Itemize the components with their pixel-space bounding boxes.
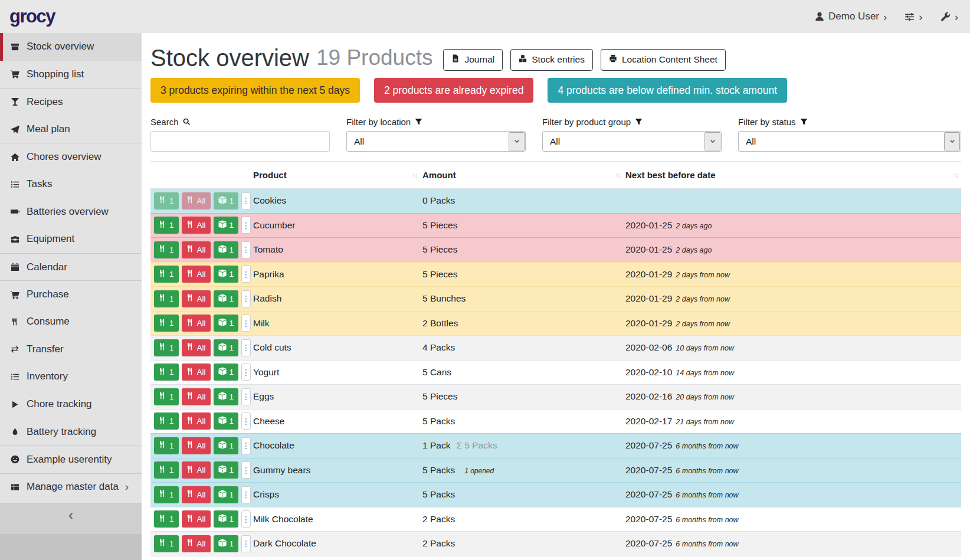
column-header-product[interactable]: Product ↑↓ (251, 162, 420, 189)
consume-all-button[interactable]: All (182, 241, 211, 258)
consume-all-button[interactable]: All (182, 535, 211, 552)
open-one-button[interactable]: 1 (214, 437, 239, 454)
row-menu-button[interactable]: ⋮ (241, 486, 251, 503)
sidebar-item-consume[interactable]: Consume (0, 308, 142, 336)
open-one-button[interactable]: 1 (214, 535, 239, 552)
status-banner[interactable]: 2 products are already expired (374, 78, 533, 103)
status-banner[interactable]: 3 products expiring within the next 5 da… (150, 78, 360, 103)
column-header-next-best-before-date[interactable]: Next best before date ↑↓ (623, 162, 961, 189)
consume-one-button[interactable]: 1 (154, 412, 179, 430)
sidebar-item-inventory[interactable]: Inventory (0, 363, 142, 391)
open-one-button[interactable]: 1 (214, 510, 239, 528)
best-before-relative: 2 days ago (676, 222, 712, 230)
column-header-amount[interactable]: Amount ↑↓ (420, 162, 623, 189)
open-one-button[interactable]: 1 (214, 363, 239, 381)
open-one-button[interactable]: 1 (214, 266, 239, 283)
row-menu-button[interactable]: ⋮ (241, 437, 251, 454)
row-menu-button[interactable]: ⋮ (241, 388, 251, 405)
consume-one-button[interactable]: 1 (154, 486, 179, 503)
sidebar-item-tasks[interactable]: Tasks (0, 171, 142, 198)
open-one-button[interactable]: 1 (214, 192, 239, 209)
filter-by-location-select[interactable]: All (346, 131, 526, 152)
open-one-button[interactable]: 1 (214, 339, 239, 356)
chevron-right-icon: › (919, 11, 922, 22)
row-menu-button[interactable]: ⋮ (241, 339, 251, 356)
consume-one-button[interactable]: 1 (154, 192, 179, 209)
sidebar-item-chores-overview[interactable]: Chores overview (0, 143, 142, 171)
row-menu-button[interactable]: ⋮ (241, 315, 251, 332)
consume-all-button[interactable]: All (182, 217, 211, 234)
sidebar-item-meal-plan[interactable]: Meal plan (0, 116, 142, 143)
consume-all-button[interactable]: All (182, 437, 211, 454)
consume-one-button[interactable]: 1 (154, 437, 179, 454)
consume-one-button[interactable]: 1 (154, 363, 179, 381)
open-one-button[interactable]: 1 (214, 241, 239, 258)
consume-one-button[interactable]: 1 (154, 461, 179, 479)
consume-one-button[interactable]: 1 (154, 217, 179, 234)
row-menu-button[interactable]: ⋮ (241, 241, 251, 258)
consume-all-button[interactable]: All (182, 339, 211, 356)
stock-entries-button[interactable]: Stock entries (510, 49, 593, 71)
open-one-button[interactable]: 1 (214, 315, 239, 332)
consume-all-button[interactable]: All (182, 363, 211, 381)
sidebar-collapse-button[interactable]: ‹ (0, 503, 142, 527)
status-banner[interactable]: 4 products are below defined min. stock … (548, 78, 787, 103)
row-menu-button[interactable]: ⋮ (241, 412, 251, 430)
consume-all-button[interactable]: All (182, 192, 211, 209)
utensils-icon (159, 539, 166, 548)
row-menu-button[interactable]: ⋮ (241, 192, 251, 209)
grocy-logo[interactable]: grocy (9, 6, 55, 27)
admin-menu[interactable]: › (940, 11, 958, 22)
consume-one-button[interactable]: 1 (154, 510, 179, 528)
consume-one-button[interactable]: 1 (154, 535, 179, 552)
open-one-button[interactable]: 1 (214, 290, 239, 307)
sidebar-item-shopping-list[interactable]: Shopping list (0, 61, 142, 89)
consume-one-button[interactable]: 1 (154, 241, 179, 258)
row-menu-button[interactable]: ⋮ (241, 461, 251, 479)
box-icon (9, 42, 21, 51)
sidebar-item-purchase[interactable]: Purchase (0, 280, 142, 308)
row-menu-button[interactable]: ⋮ (241, 266, 251, 283)
consume-all-button[interactable]: All (182, 315, 211, 332)
sidebar-item-equipment[interactable]: Equipment (0, 225, 142, 253)
consume-one-button[interactable]: 1 (154, 290, 179, 307)
settings-menu[interactable]: › (905, 11, 922, 22)
sidebar-item-manage-master-data[interactable]: Manage master data › (0, 473, 142, 501)
consume-all-button[interactable]: All (182, 486, 211, 503)
consume-all-button[interactable]: All (182, 461, 211, 479)
row-menu-button[interactable]: ⋮ (241, 535, 251, 552)
consume-one-button[interactable]: 1 (154, 315, 179, 332)
open-one-button[interactable]: 1 (214, 412, 239, 430)
open-one-button[interactable]: 1 (214, 461, 239, 479)
sidebar-item-stock-overview[interactable]: Stock overview (0, 33, 142, 61)
filter-by-product-group-select[interactable]: All (542, 131, 722, 152)
journal-button[interactable]: Journal (443, 49, 503, 71)
sidebar-item-calendar[interactable]: Calendar (0, 253, 142, 281)
open-one-button[interactable]: 1 (214, 217, 239, 234)
consume-all-button[interactable]: All (182, 510, 211, 528)
sidebar-item-chore-tracking[interactable]: Chore tracking (0, 391, 142, 418)
row-menu-button[interactable]: ⋮ (241, 510, 251, 528)
open-one-button[interactable]: 1 (214, 486, 239, 503)
sidebar-item-batteries-overview[interactable]: Batteries overview (0, 198, 142, 226)
row-menu-button[interactable]: ⋮ (241, 363, 251, 381)
sidebar-item-battery-tracking[interactable]: Battery tracking (0, 418, 142, 446)
row-menu-button[interactable]: ⋮ (241, 290, 251, 307)
consume-all-button[interactable]: All (182, 290, 211, 307)
filter-by-status-select[interactable]: All (738, 131, 961, 152)
filter-icon (635, 118, 643, 126)
consume-one-button[interactable]: 1 (154, 388, 179, 405)
consume-one-button[interactable]: 1 (154, 339, 179, 356)
sidebar-item-example-userentity[interactable]: Example userentity (0, 446, 142, 473)
search-input[interactable] (150, 131, 330, 152)
user-menu[interactable]: Demo User › (815, 11, 887, 22)
consume-all-button[interactable]: All (182, 388, 211, 405)
open-one-button[interactable]: 1 (214, 388, 239, 405)
sidebar-item-recipes[interactable]: Recipes (0, 88, 142, 116)
consume-all-button[interactable]: All (182, 266, 211, 283)
consume-one-button[interactable]: 1 (154, 266, 179, 283)
sidebar-item-transfer[interactable]: ⇄ Transfer (0, 336, 142, 363)
row-menu-button[interactable]: ⋮ (241, 217, 251, 234)
consume-all-button[interactable]: All (182, 412, 211, 430)
location-content-sheet-button[interactable]: Location Content Sheet (601, 49, 726, 71)
